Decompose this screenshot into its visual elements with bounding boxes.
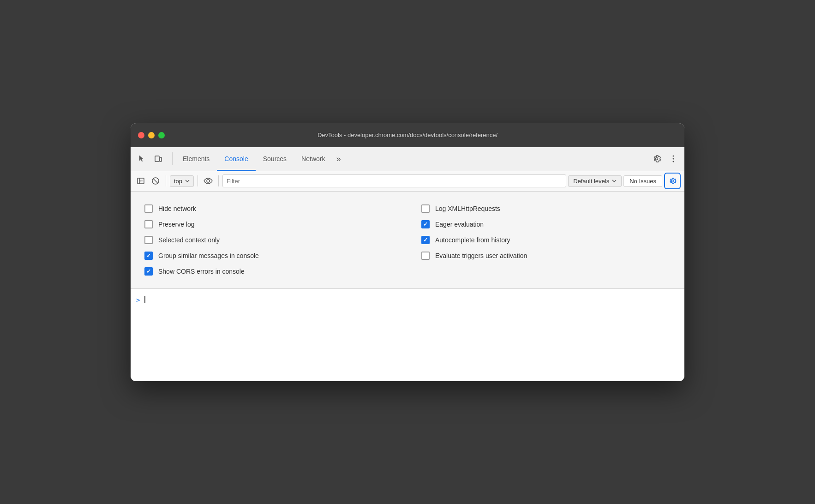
show-console-sidebar-button[interactable] <box>134 174 147 187</box>
console-prompt: > <box>136 296 140 304</box>
levels-dropdown-icon <box>612 180 617 182</box>
eager-eval-label: Eager evaluation <box>435 221 484 228</box>
eager-eval-checkbox[interactable] <box>421 220 430 228</box>
dots-vertical-icon <box>672 155 674 163</box>
devtools-window: DevTools - developer.chrome.com/docs/dev… <box>131 123 684 381</box>
log-xml-checkbox[interactable] <box>421 204 430 213</box>
console-toolbar: top Default levels No Issues <box>131 171 684 192</box>
settings-button[interactable] <box>649 151 664 166</box>
svg-rect-1 <box>160 157 162 162</box>
log-xml-row: Log XMLHttpRequests <box>421 201 671 216</box>
show-cors-checkbox[interactable] <box>144 267 153 276</box>
svg-point-2 <box>673 156 674 157</box>
clear-console-button[interactable] <box>149 174 162 187</box>
live-expressions-button[interactable] <box>202 174 215 187</box>
console-toolbar-divider1 <box>166 175 166 186</box>
svg-point-4 <box>673 161 674 162</box>
inspect-button[interactable] <box>134 151 149 166</box>
log-xml-label: Log XMLHttpRequests <box>435 205 500 212</box>
filter-input[interactable] <box>222 174 566 187</box>
eager-eval-row: Eager evaluation <box>421 216 671 232</box>
svg-line-9 <box>153 179 158 184</box>
autocomplete-label: Autocomplete from history <box>435 236 510 244</box>
maximize-button[interactable] <box>158 132 165 138</box>
svg-rect-0 <box>155 156 159 162</box>
svg-point-3 <box>673 158 674 160</box>
sidebar-icon <box>137 177 145 185</box>
preserve-log-label: Preserve log <box>158 221 195 228</box>
show-cors-row: Show CORS errors in console <box>144 264 394 279</box>
console-input-text[interactable] <box>144 295 145 303</box>
device-toggle-button[interactable] <box>151 151 166 166</box>
context-selector[interactable]: top <box>170 175 194 187</box>
group-similar-checkbox[interactable] <box>144 252 153 260</box>
window-title: DevTools - developer.chrome.com/docs/dev… <box>318 132 497 138</box>
tab-sources[interactable]: Sources <box>256 148 294 171</box>
ban-icon <box>151 177 160 185</box>
tab-list: Elements Console Sources Network » <box>175 147 649 171</box>
eval-triggers-label: Evaluate triggers user activation <box>435 252 527 259</box>
console-settings-active-button[interactable] <box>664 173 681 189</box>
toolbar-icons <box>134 151 166 166</box>
more-options-button[interactable] <box>666 151 681 166</box>
console-toolbar-divider3 <box>218 175 219 186</box>
settings-grid: Hide network Preserve log Selected conte… <box>144 201 671 279</box>
hide-network-row: Hide network <box>144 201 394 216</box>
traffic-lights <box>138 132 165 138</box>
eval-triggers-checkbox[interactable] <box>421 252 430 260</box>
autocomplete-row: Autocomplete from history <box>421 232 671 248</box>
titlebar: DevTools - developer.chrome.com/docs/dev… <box>131 123 684 147</box>
tab-console[interactable]: Console <box>217 148 255 171</box>
eval-triggers-row: Evaluate triggers user activation <box>421 248 671 264</box>
device-icon <box>154 155 162 163</box>
preserve-log-row: Preserve log <box>144 216 394 232</box>
dropdown-arrow-icon <box>185 180 190 182</box>
console-gear-icon <box>668 177 677 185</box>
more-tabs-button[interactable]: » <box>332 154 344 164</box>
hide-network-checkbox[interactable] <box>144 204 153 213</box>
hide-network-label: Hide network <box>158 205 196 212</box>
minimize-button[interactable] <box>148 132 155 138</box>
console-toolbar-divider2 <box>198 175 198 186</box>
close-button[interactable] <box>138 132 144 138</box>
main-toolbar: Elements Console Sources Network » <box>131 147 684 171</box>
group-similar-label: Group similar messages in console <box>158 252 259 259</box>
cursor-icon <box>138 155 146 163</box>
tab-network[interactable]: Network <box>294 148 332 171</box>
selected-context-checkbox[interactable] <box>144 236 153 244</box>
tab-elements[interactable]: Elements <box>175 148 217 171</box>
toolbar-right <box>649 151 681 166</box>
svg-point-10 <box>207 180 210 182</box>
no-issues-button[interactable]: No Issues <box>623 175 662 187</box>
settings-right-column: Log XMLHttpRequests Eager evaluation Aut… <box>421 201 671 279</box>
group-similar-row: Group similar messages in console <box>144 248 394 264</box>
log-levels-button[interactable]: Default levels <box>568 175 622 187</box>
autocomplete-checkbox[interactable] <box>421 236 430 244</box>
console-input-area[interactable]: > <box>131 289 684 381</box>
console-cursor <box>144 296 145 303</box>
selected-context-row: Selected context only <box>144 232 394 248</box>
settings-left-column: Hide network Preserve log Selected conte… <box>144 201 394 279</box>
preserve-log-checkbox[interactable] <box>144 220 153 228</box>
selected-context-label: Selected context only <box>158 236 220 244</box>
toolbar-divider <box>172 152 173 165</box>
eye-icon <box>204 177 213 185</box>
console-settings-panel: Hide network Preserve log Selected conte… <box>131 192 684 289</box>
gear-icon <box>652 154 661 163</box>
show-cors-label: Show CORS errors in console <box>158 268 245 275</box>
